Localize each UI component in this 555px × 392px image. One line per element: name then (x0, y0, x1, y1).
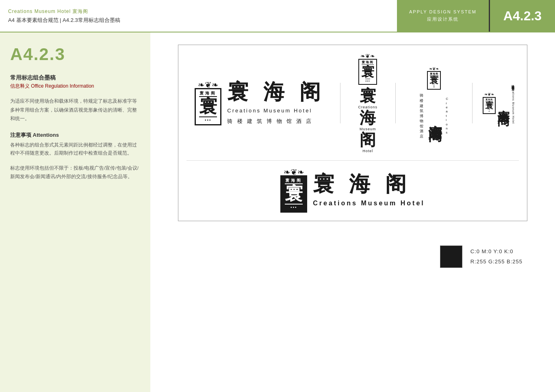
emblem-large-b: ❧❦❧ 寰海阁 寰 ▪▪▪ (280, 168, 307, 213)
color-swatch-white (440, 246, 462, 268)
header-title-top: Creations Museum Hotel 寰海阁 (8, 8, 389, 15)
emblem-medium: ❧❦❧ 寰海阁 寰 ▪▪▪ (358, 53, 377, 85)
section-title-zh: 常用标志组合墨稿 (10, 74, 140, 82)
logo-col-1: ❧❦❧ 寰海阁 寰 ▪▪▪ 寰 海 阁 Creations Museum Hot… (186, 81, 334, 125)
logo-col-4: ❧❦❧ 寰海阁 寰 ▪▪ 骑楼建筑博物馆酒店 (402, 67, 466, 139)
logo-text-1: 寰 海 阁 Creations Museum Hotel 骑 楼 建 筑 博 物… (227, 82, 325, 125)
main-layout: A4.2.3 常用标志组合墨稿 信息释义 Office Regulation I… (0, 32, 555, 392)
main-zh-subtitle: 骑 楼 建 筑 博 物 馆 酒 店 (227, 118, 325, 125)
hotel-label: Hotel (362, 149, 373, 153)
emblem-large: ❧❦❧ 寰海阁 寰 ▪▪▪ (195, 81, 221, 125)
logo-text-b1: 寰 海 阁 Creations Museum Hotel (313, 174, 425, 207)
sidebar-note2: 标志使用环境包括但不限于：投板/电视广告/宣传/包装/会议/新闻发布会/新闻通讯… (10, 164, 140, 181)
logo-col-5: ❧❦❧ 寰海阁 寰 ▪▪ 寰海阁 骑楼建筑博物馆酒店 Creations Mus… (479, 82, 519, 124)
col-sep-1 (340, 83, 340, 123)
col-sep-3 (472, 83, 473, 123)
header-section-code: A4.2.3 (490, 0, 555, 32)
main-content: ❧❦❧ 寰海阁 寰 ▪▪▪ 寰 海 阁 Creations Museum Hot… (150, 32, 555, 392)
section-code: A4.2.3 (10, 45, 140, 64)
section-title-en: 信息释义 Office Regulation Information (10, 83, 140, 90)
header: Creations Museum Hotel 寰海阁 A4 基本要素组合规范 |… (0, 0, 555, 32)
col-sep-2 (395, 83, 396, 123)
showcase-bottom-row: ❧❦❧ 寰海阁 寰 ▪▪▪ 寰 海 阁 Creations Museum Hot… (186, 161, 519, 213)
showcase-box: ❧❦❧ 寰海阁 寰 ▪▪▪ 寰 海 阁 Creations Museum Hot… (178, 45, 527, 221)
color-section: C:0 M:0 Y:0 K:0 R:255 G:255 B:255 (440, 246, 522, 268)
header-apply-label: APPLY DESIGN SYSTEM 应用设计系统 (397, 0, 489, 32)
emblem-xs-1: ❧❦❧ 寰海阁 寰 ▪▪ (427, 67, 441, 90)
stacked-chars: 寰 Creations 海 Museum 阁 Hotel (358, 87, 377, 153)
showcase-top-row: ❧❦❧ 寰海阁 寰 ▪▪▪ 寰 海 阁 Creations Museum Hot… (186, 53, 519, 161)
sidebar: A4.2.3 常用标志组合墨稿 信息释义 Office Regulation I… (0, 32, 150, 392)
main-chinese-text: 寰 海 阁 (227, 82, 325, 103)
main-en-subtitle: Creations Museum Hotel (227, 108, 325, 114)
section-desc1: 为适应不同使用场合和载体环境，特规定了标志及标准字等多种常用组合方案，以确保酒店… (10, 97, 140, 123)
vertical-logo-text: 寰海阁 (497, 100, 509, 106)
attentions-title: 注意事项 Attentions (10, 131, 140, 139)
header-title-bottom: A4 基本要素组合规范 | A4.2.3常用标志组合墨稿 (8, 17, 389, 24)
bold-chinese-text: 寰 海 阁 (313, 174, 425, 195)
header-right: APPLY DESIGN SYSTEM 应用设计系统 A4.2.3 (397, 0, 555, 32)
sidebar-note1: 各种标志的组合形式其元素间距比例都经过调整，在使用过程中不得随意更改。后期制作过… (10, 141, 140, 157)
logo-col-3: ❧❦❧ 寰海阁 寰 ▪▪▪ 寰 Creations 海 Museum 阁 (347, 53, 389, 153)
header-left: Creations Museum Hotel 寰海阁 A4 基本要素组合规范 |… (0, 0, 397, 32)
color-info: C:0 M:0 Y:0 K:0 R:255 G:255 B:255 (470, 247, 522, 267)
logo-col-b1: ❧❦❧ 寰海阁 寰 ▪▪▪ 寰 海 阁 Creations Museum Hot… (186, 168, 519, 213)
bold-en-subtitle: Creations Museum Hotel (313, 200, 425, 207)
